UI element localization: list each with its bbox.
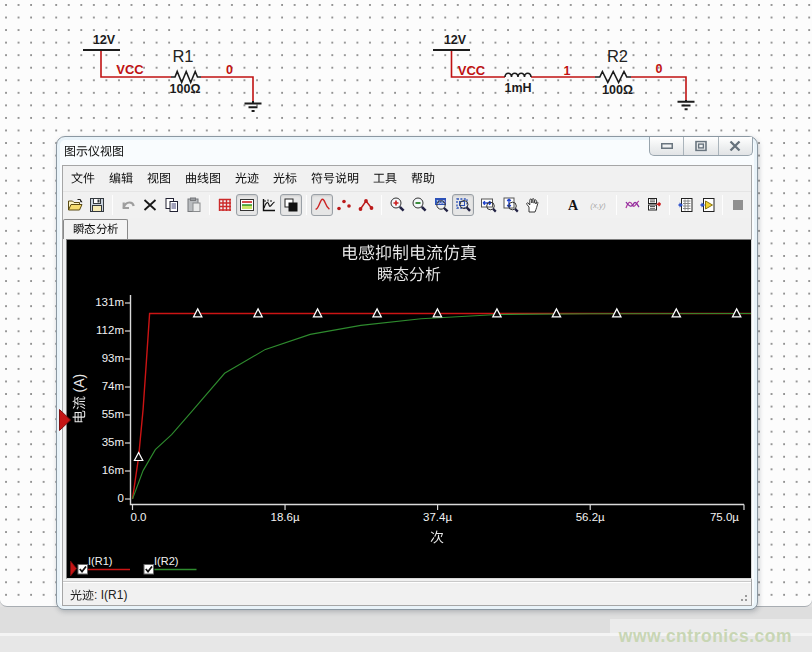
x-tick-label-0.0: 0.0 <box>109 511 169 523</box>
minimize-button[interactable] <box>650 137 683 155</box>
toolbar-separator <box>616 195 617 215</box>
open-button[interactable] <box>64 194 86 216</box>
cursor-legend-button[interactable]: (x,y) <box>584 194 612 216</box>
graph-properties-icon <box>261 197 277 213</box>
trace-I(R2)[interactable] <box>133 313 752 499</box>
menu-item-7[interactable] <box>304 167 366 189</box>
export-excel-button[interactable] <box>674 194 696 216</box>
trace-points-button[interactable] <box>333 194 355 216</box>
menu-item-5[interactable] <box>228 167 266 189</box>
pan-button[interactable] <box>521 194 543 216</box>
copy-button[interactable] <box>161 194 183 216</box>
close-button[interactable] <box>718 137 752 155</box>
resistor-value-r2[interactable]: 100Ω <box>599 83 636 97</box>
net-label-vcc-left[interactable]: VCC <box>114 62 146 77</box>
ground-symbol-left[interactable] <box>245 101 262 111</box>
menu-item-9[interactable] <box>404 167 442 189</box>
copy-icon <box>164 197 180 213</box>
source-label-right[interactable]: 12V <box>439 33 471 47</box>
trace-lines-points-button[interactable] <box>355 194 377 216</box>
inductor-value[interactable]: 1mH <box>500 81 536 95</box>
paste-button[interactable] <box>183 194 205 216</box>
legend-label-I(R1): I(R1) <box>88 555 112 567</box>
y-tick-label-55m: 55m <box>67 408 124 420</box>
resize-grip[interactable] <box>738 592 748 602</box>
svg-text:A: A <box>568 198 579 213</box>
menu-item-4[interactable] <box>178 167 228 189</box>
trace-I(R1)[interactable] <box>133 313 752 499</box>
delete-icon <box>142 197 158 213</box>
export-labview-icon <box>699 197 716 213</box>
axes <box>131 295 745 505</box>
zoom-x-button[interactable] <box>477 194 499 216</box>
zoom-in-icon <box>389 196 406 213</box>
trace-lines-button[interactable] <box>311 194 333 216</box>
toggle-grid-button[interactable] <box>214 194 236 216</box>
delete-button[interactable] <box>139 194 161 216</box>
triangle-marker <box>134 452 142 460</box>
menu-item-1[interactable] <box>64 167 102 189</box>
pan-icon <box>524 197 540 213</box>
text-annotation-icon: A <box>565 197 581 213</box>
zoom-100-button[interactable]: 100 <box>430 194 452 216</box>
resistor-ref-r1[interactable]: R1 <box>167 47 199 66</box>
tab-transient-analysis[interactable] <box>63 219 128 239</box>
x-tick-label-56.2µ: 56.2µ <box>560 511 620 523</box>
stop-icon <box>730 197 746 213</box>
invert-colors-button[interactable] <box>280 194 302 216</box>
graph-properties-button[interactable] <box>258 194 280 216</box>
toolbar-separator <box>381 195 382 215</box>
status-text: : I(R1) <box>70 588 127 602</box>
zoom-out-button[interactable] <box>408 194 430 216</box>
resistor-r1[interactable] <box>171 72 201 83</box>
source-label-left[interactable]: 12V <box>88 33 120 47</box>
ground-symbol-right[interactable] <box>678 100 695 109</box>
resistor-ref-r2[interactable]: R2 <box>601 47 634 66</box>
net-label-1[interactable]: 1 <box>560 64 574 78</box>
menu-item-2[interactable] <box>102 167 140 189</box>
restore-button[interactable] <box>683 137 717 155</box>
resistor-value-r1[interactable]: 100Ω <box>167 82 203 96</box>
save-button[interactable] <box>86 194 108 216</box>
zoom-y-button[interactable] <box>499 194 521 216</box>
minimize-icon <box>661 143 673 149</box>
trace-pointer-arrow <box>59 409 71 431</box>
net-label-0-left[interactable]: 0 <box>222 63 237 77</box>
export-labview-button[interactable] <box>696 194 718 216</box>
stop-button[interactable] <box>727 194 749 216</box>
menu-item-8[interactable] <box>366 167 404 189</box>
chart-canvas <box>67 240 751 578</box>
toolbar-separator <box>306 195 307 215</box>
menu-item-3[interactable] <box>140 167 178 189</box>
net-label-0-right[interactable]: 0 <box>652 62 666 76</box>
net-label-vcc-right[interactable]: VCC <box>455 63 488 78</box>
status-divider <box>63 577 751 586</box>
y-tick-label-112m: 112m <box>67 324 124 336</box>
grapher-client: 100A(x,y) (A) 016m35m55m74m93m112m131m0.… <box>62 165 752 606</box>
zoom-y-icon <box>502 196 519 213</box>
zoom-in-button[interactable] <box>386 194 408 216</box>
menu-item-6[interactable] <box>266 167 304 189</box>
overlay-traces-button[interactable] <box>621 194 643 216</box>
toolbar-separator <box>669 195 670 215</box>
y-tick-label-35m: 35m <box>67 436 124 448</box>
y-axis-label: (A) <box>71 329 91 469</box>
zoom-select-button[interactable] <box>452 194 474 216</box>
caption-buttons <box>649 137 753 156</box>
trace-lines-points-icon <box>358 197 374 213</box>
paste-icon <box>186 197 202 213</box>
zoom-100-icon: 100 <box>433 196 450 213</box>
menu-bar <box>63 166 751 191</box>
resistor-r2[interactable] <box>595 72 631 83</box>
undo-button[interactable] <box>117 194 139 216</box>
inductor[interactable] <box>505 73 531 77</box>
x-axis-label <box>407 530 467 546</box>
toggle-legend-button[interactable] <box>236 194 258 216</box>
status-bar: : I(R1) <box>63 586 751 605</box>
toolbar-separator <box>722 195 723 215</box>
text-annotation-button[interactable]: A <box>562 194 584 216</box>
export-data-button[interactable] <box>643 194 665 216</box>
legend-active-arrow <box>71 561 77 576</box>
plot-area[interactable]: (A) 016m35m55m74m93m112m131m0.018.6µ37.4… <box>66 239 752 579</box>
trace-lines-icon <box>314 196 331 213</box>
